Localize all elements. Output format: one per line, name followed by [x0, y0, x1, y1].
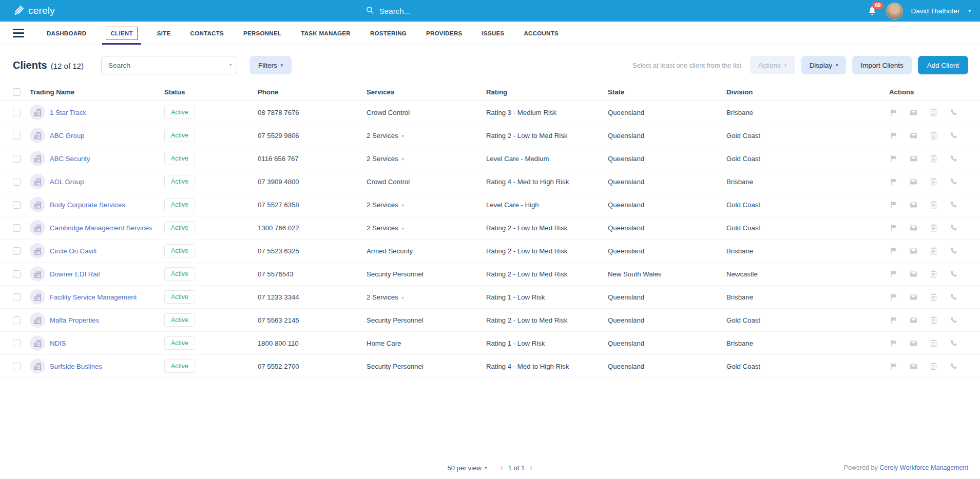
phone-icon[interactable] — [949, 154, 958, 163]
next-page-icon[interactable]: › — [530, 464, 532, 472]
row-checkbox[interactable] — [13, 293, 21, 301]
client-name-link[interactable]: ABC Security — [50, 155, 90, 163]
row-checkbox[interactable] — [13, 109, 21, 116]
row-checkbox[interactable] — [13, 224, 21, 232]
flag-icon[interactable] — [889, 339, 898, 348]
flag-icon[interactable] — [889, 201, 898, 209]
nav-item-dashboard[interactable]: DASHBOARD — [47, 22, 86, 45]
row-checkbox[interactable] — [13, 316, 21, 324]
actions-button[interactable]: Actions▾ — [750, 56, 795, 74]
nav-item-personnel[interactable]: PERSONNEL — [243, 22, 281, 45]
client-name-link[interactable]: Surfside Buslines — [50, 363, 102, 370]
services-dropdown-caret-icon[interactable]: ▾ — [402, 295, 404, 300]
client-name-link[interactable]: Malfa Properties — [50, 316, 99, 324]
flag-icon[interactable] — [889, 131, 898, 140]
phone-icon[interactable] — [949, 362, 958, 371]
services-dropdown-caret-icon[interactable]: ▾ — [402, 157, 404, 162]
clipboard-icon[interactable] — [929, 339, 938, 348]
phone-icon[interactable] — [949, 224, 958, 232]
flag-icon[interactable] — [889, 293, 898, 302]
row-checkbox[interactable] — [13, 201, 21, 209]
clipboard-icon[interactable] — [929, 108, 938, 117]
user-menu-caret-icon[interactable]: ▾ — [968, 8, 971, 13]
client-name-link[interactable]: Facility Service Management — [50, 293, 137, 301]
client-name-link[interactable]: 1 Star Track — [50, 109, 86, 116]
clipboard-icon[interactable] — [929, 293, 938, 302]
mail-icon[interactable] — [909, 247, 918, 255]
row-checkbox[interactable] — [13, 155, 21, 163]
mail-icon[interactable] — [909, 177, 918, 186]
phone-icon[interactable] — [949, 177, 958, 186]
nav-item-site[interactable]: SITE — [157, 22, 171, 45]
mail-icon[interactable] — [909, 131, 918, 140]
mail-icon[interactable] — [909, 154, 918, 163]
client-name-link[interactable]: Body Corporate Services — [50, 201, 125, 209]
flag-icon[interactable] — [889, 247, 898, 255]
phone-icon[interactable] — [949, 108, 958, 117]
filters-button[interactable]: Filters▾ — [249, 56, 292, 74]
clipboard-icon[interactable] — [929, 154, 938, 163]
clipboard-icon[interactable] — [929, 316, 938, 325]
flag-icon[interactable] — [889, 362, 898, 371]
row-checkbox[interactable] — [13, 247, 21, 255]
mail-icon[interactable] — [909, 293, 918, 302]
client-search-caret-icon[interactable]: ▾ — [229, 63, 232, 67]
flag-icon[interactable] — [889, 177, 898, 186]
phone-icon[interactable] — [949, 316, 958, 325]
client-name-link[interactable]: Cambridge Management Services — [50, 224, 152, 232]
clipboard-icon[interactable] — [929, 224, 938, 232]
nav-item-client[interactable]: CLIENT — [106, 22, 137, 45]
phone-icon[interactable] — [949, 293, 958, 302]
client-name-link[interactable]: Downer EDI Rail — [50, 270, 100, 278]
clipboard-icon[interactable] — [929, 177, 938, 186]
mail-icon[interactable] — [909, 316, 918, 325]
mail-icon[interactable] — [909, 362, 918, 371]
phone-icon[interactable] — [949, 201, 958, 209]
clipboard-icon[interactable] — [929, 247, 938, 255]
hamburger-menu-icon[interactable] — [13, 22, 24, 45]
user-avatar[interactable] — [886, 3, 903, 19]
flag-icon[interactable] — [889, 154, 898, 163]
powered-by-link[interactable]: Cerely Workforce Management — [879, 464, 968, 471]
nav-item-contacts[interactable]: CONTACTS — [190, 22, 224, 45]
client-name-link[interactable]: ABC Group — [50, 132, 84, 139]
client-search-input[interactable] — [101, 56, 237, 74]
mail-icon[interactable] — [909, 224, 918, 232]
per-view-selector[interactable]: 50 per view▾ — [447, 464, 487, 472]
client-name-link[interactable]: NDIS — [50, 340, 66, 347]
prev-page-icon[interactable]: ‹ — [500, 464, 503, 472]
flag-icon[interactable] — [889, 108, 898, 117]
add-client-button[interactable]: Add Client — [918, 56, 968, 74]
row-checkbox[interactable] — [13, 178, 21, 186]
phone-icon[interactable] — [949, 270, 958, 278]
phone-icon[interactable] — [949, 131, 958, 140]
flag-icon[interactable] — [889, 270, 898, 278]
services-dropdown-caret-icon[interactable]: ▾ — [402, 226, 404, 231]
nav-item-accounts[interactable]: ACCOUNTS — [524, 22, 559, 45]
mail-icon[interactable] — [909, 108, 918, 117]
services-dropdown-caret-icon[interactable]: ▾ — [402, 134, 404, 138]
flag-icon[interactable] — [889, 224, 898, 232]
client-name-link[interactable]: Circle On Cavill — [50, 247, 97, 255]
client-name-link[interactable]: AGL Group — [50, 178, 84, 186]
clipboard-icon[interactable] — [929, 201, 938, 209]
mail-icon[interactable] — [909, 339, 918, 348]
mail-icon[interactable] — [909, 270, 918, 278]
brand-logo[interactable]: cerely — [12, 4, 55, 18]
nav-item-rostering[interactable]: ROSTERING — [370, 22, 407, 45]
phone-icon[interactable] — [949, 339, 958, 348]
row-checkbox[interactable] — [13, 363, 21, 370]
display-button[interactable]: Display▾ — [801, 56, 847, 74]
mail-icon[interactable] — [909, 201, 918, 209]
clipboard-icon[interactable] — [929, 270, 938, 278]
global-search-input[interactable] — [379, 7, 492, 15]
flag-icon[interactable] — [889, 316, 898, 325]
row-checkbox[interactable] — [13, 340, 21, 347]
phone-icon[interactable] — [949, 247, 958, 255]
nav-item-issues[interactable]: ISSUES — [482, 22, 504, 45]
nav-item-task-manager[interactable]: TASK MANAGER — [301, 22, 351, 45]
clipboard-icon[interactable] — [929, 362, 938, 371]
select-all-checkbox[interactable] — [13, 88, 21, 96]
notifications-button[interactable]: 89 — [866, 5, 878, 17]
clipboard-icon[interactable] — [929, 131, 938, 140]
